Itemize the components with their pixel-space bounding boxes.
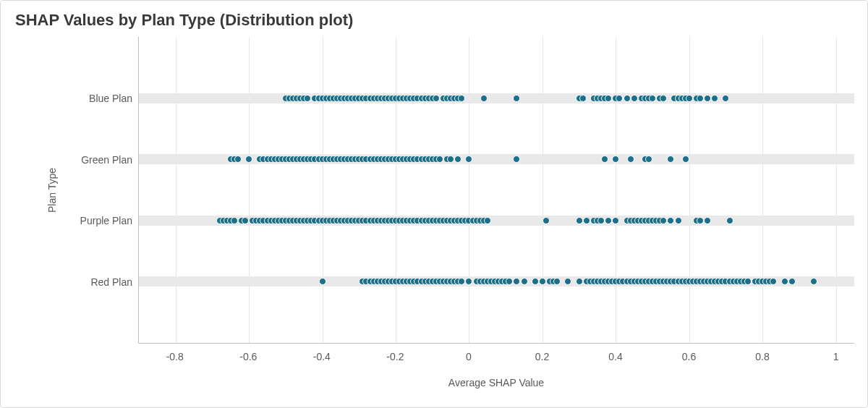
x-tick-label: -0.4 xyxy=(313,351,331,362)
data-point xyxy=(682,156,689,163)
x-tick-label: 0.4 xyxy=(608,351,622,362)
data-point xyxy=(711,95,718,102)
data-point xyxy=(627,156,634,163)
data-point xyxy=(686,95,693,102)
data-point xyxy=(704,217,711,224)
chart-title: SHAP Values by Plan Type (Distribution p… xyxy=(15,11,854,30)
data-point xyxy=(660,95,667,102)
x-tick-label: 0.8 xyxy=(755,351,769,362)
data-point xyxy=(458,95,465,102)
data-point xyxy=(484,217,491,224)
data-point xyxy=(579,95,587,102)
x-axis-title: Average SHAP Value xyxy=(138,377,854,388)
gridline xyxy=(616,37,616,343)
data-point xyxy=(319,278,326,285)
data-point xyxy=(605,95,612,102)
data-point xyxy=(521,278,528,285)
data-point xyxy=(597,217,605,224)
data-point xyxy=(231,217,238,224)
data-point xyxy=(583,217,590,224)
gridline xyxy=(469,37,469,343)
data-point xyxy=(649,95,656,102)
data-point xyxy=(675,217,682,224)
data-point xyxy=(631,95,638,102)
data-point xyxy=(726,217,733,224)
x-tick-label: 1 xyxy=(833,351,839,362)
gridline xyxy=(542,37,543,343)
plot-wrap: Plan Type Blue PlanGreen PlanPurple Plan… xyxy=(44,37,854,394)
data-point xyxy=(513,95,520,102)
y-tick-label: Purple Plan xyxy=(80,215,132,226)
data-point xyxy=(576,278,583,285)
chart-card: SHAP Values by Plan Type (Distribution p… xyxy=(0,0,868,408)
data-point xyxy=(304,95,311,102)
gridline xyxy=(689,37,690,343)
row-band xyxy=(139,93,854,103)
x-tick-label: -0.6 xyxy=(239,351,257,362)
gridline xyxy=(249,37,250,343)
x-tick-label: -0.8 xyxy=(166,351,184,362)
y-axis-labels: Blue PlanGreen PlanPurple PlanRed Plan xyxy=(60,37,138,344)
data-point xyxy=(242,217,249,224)
data-point xyxy=(542,217,550,224)
x-tick-label: 0.6 xyxy=(682,351,696,362)
plot-area xyxy=(138,37,854,344)
data-point xyxy=(576,217,583,224)
y-tick-label: Blue Plan xyxy=(89,93,132,104)
x-tick-label: 0 xyxy=(466,351,472,362)
data-point xyxy=(480,95,488,102)
data-point xyxy=(624,95,631,102)
gridline xyxy=(176,37,176,343)
gridline xyxy=(396,37,396,343)
data-point xyxy=(704,95,711,102)
x-tick-label: 0.2 xyxy=(535,351,549,362)
y-tick-label: Green Plan xyxy=(81,154,132,166)
gridline xyxy=(323,37,323,343)
data-point xyxy=(697,95,704,102)
x-axis-ticks: -0.8-0.6-0.4-0.200.20.40.60.81 xyxy=(138,351,854,365)
data-point xyxy=(605,217,612,224)
data-point xyxy=(697,217,704,224)
gridline xyxy=(836,37,837,343)
y-tick-label: Red Plan xyxy=(90,276,132,288)
gridline xyxy=(762,37,763,343)
x-tick-label: -0.2 xyxy=(386,351,404,362)
data-point xyxy=(616,95,623,102)
data-point xyxy=(436,156,443,163)
y-axis-title: Plan Type xyxy=(44,37,60,344)
data-point xyxy=(433,95,440,102)
data-point xyxy=(781,278,788,285)
